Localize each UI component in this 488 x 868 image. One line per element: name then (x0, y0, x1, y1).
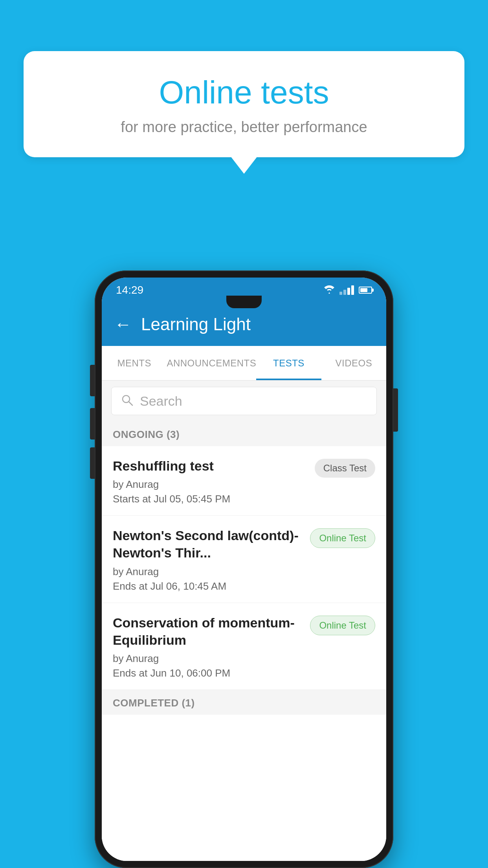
search-container: Search (102, 381, 386, 421)
phone-frame: 14:29 (95, 270, 393, 868)
test-item-conservation[interactable]: Conservation of momentum-Equilibrium by … (102, 603, 386, 690)
test-time-3: Ends at Jun 10, 06:00 PM (113, 667, 304, 679)
content-area: ONGOING (3) Reshuffling test by Anurag S… (102, 421, 386, 861)
ongoing-label: ONGOING (3) (113, 428, 180, 440)
test-badge-online-1: Online Test (310, 528, 375, 548)
test-item-content-2: Newton's Second law(contd)-Newton's Thir… (113, 527, 304, 592)
test-title-conservation: Conservation of momentum-Equilibrium (113, 614, 304, 649)
search-placeholder: Search (140, 394, 182, 409)
completed-section-header: COMPLETED (1) (102, 690, 386, 715)
phone-notch (226, 296, 262, 308)
test-title-reshuffling: Reshuffling test (113, 457, 308, 474)
status-icons (324, 284, 372, 296)
battery-icon (359, 287, 372, 294)
test-time-1: Starts at Jul 05, 05:45 PM (113, 493, 308, 505)
test-badge-class: Class Test (315, 459, 375, 478)
test-badge-online-2: Online Test (310, 616, 375, 635)
test-title-newton: Newton's Second law(contd)-Newton's Thir… (113, 527, 304, 561)
test-time-2: Ends at Jul 06, 10:45 AM (113, 580, 304, 592)
speech-bubble: Online tests for more practice, better p… (24, 51, 464, 157)
phone-screen: 14:29 (102, 278, 386, 861)
tab-ments[interactable]: MENTS (102, 346, 167, 380)
bubble-subtitle: for more practice, better performance (55, 119, 433, 136)
svg-line-1 (129, 402, 132, 405)
speech-bubble-container: Online tests for more practice, better p… (24, 51, 464, 157)
completed-label: COMPLETED (1) (113, 697, 195, 709)
back-button[interactable]: ← (114, 316, 132, 333)
test-list: Reshuffling test by Anurag Starts at Jul… (102, 446, 386, 861)
tabs-bar: MENTS ANNOUNCEMENTS TESTS VIDEOS (102, 346, 386, 381)
test-author-3: by Anurag (113, 653, 304, 665)
test-author-2: by Anurag (113, 566, 304, 578)
signal-bars-icon (339, 285, 354, 295)
search-input-wrap[interactable]: Search (111, 387, 377, 415)
tab-announcements[interactable]: ANNOUNCEMENTS (167, 346, 256, 380)
test-item-newton[interactable]: Newton's Second law(contd)-Newton's Thir… (102, 516, 386, 603)
phone-outer: 14:29 (95, 270, 393, 868)
test-item-content-1: Reshuffling test by Anurag Starts at Jul… (113, 457, 308, 505)
test-item-reshuffling[interactable]: Reshuffling test by Anurag Starts at Jul… (102, 446, 386, 516)
wifi-icon (324, 284, 335, 296)
app-bar-title: Learning Light (141, 314, 251, 334)
ongoing-section-header: ONGOING (3) (102, 421, 386, 446)
status-time: 14:29 (116, 284, 143, 296)
search-icon (121, 394, 134, 408)
test-item-content-3: Conservation of momentum-Equilibrium by … (113, 614, 304, 679)
app-bar: ← Learning Light (102, 303, 386, 346)
tab-videos[interactable]: VIDEOS (321, 346, 386, 380)
test-author-1: by Anurag (113, 478, 308, 491)
tab-tests[interactable]: TESTS (256, 346, 321, 380)
bubble-title: Online tests (55, 75, 433, 110)
